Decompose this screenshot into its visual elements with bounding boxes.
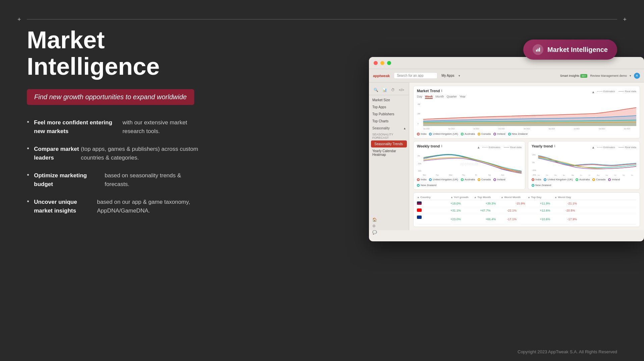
corner-decoration-tl: +: [17, 16, 21, 23]
svg-text:0%: 0%: [532, 162, 535, 164]
chart-controls: ▲ Estimates Real data: [592, 90, 636, 94]
sidebar-item-seasonality-trends[interactable]: Seasonality Trends: [371, 140, 407, 147]
badge-icon: [533, 44, 543, 55]
svg-text:2M: 2M: [418, 113, 420, 115]
svg-text:Dec: Dec: [631, 174, 633, 176]
legend-uk: United Kingdom (UK): [429, 132, 458, 135]
bullet-3-text: based on seasonality trends & forecasts.: [105, 171, 201, 188]
yearly-chart-area: 20% 0% -20% -40%: [532, 152, 636, 177]
tab-quarter[interactable]: Quarter: [446, 95, 457, 99]
page-title: Market Intelligence: [27, 27, 201, 80]
svg-text:4M: 4M: [418, 103, 420, 105]
window-btn-fullscreen[interactable]: [387, 61, 391, 65]
svg-text:Oct: Oct: [614, 174, 616, 176]
svg-text:Nov: Nov: [623, 174, 625, 176]
svg-text:Thu: Thu: [462, 174, 465, 176]
header-top-day: ▲ Top Day: [528, 196, 554, 199]
legend-canada: Canada: [478, 132, 491, 135]
tab-day[interactable]: Day: [417, 95, 422, 99]
yoy-uk: +23.0%: [450, 218, 474, 221]
app-content: Market Trend ℹ ▲ Estimates Real data: [409, 82, 644, 230]
window-btn-close[interactable]: [374, 61, 378, 65]
my-apps-menu[interactable]: My Apps: [441, 74, 454, 77]
tab-week[interactable]: Week: [425, 95, 433, 99]
country-canada: Canada: [417, 208, 450, 213]
corner-decoration-tr: +: [623, 16, 627, 23]
table-row: Australia +18.0% January +39.3% December…: [417, 200, 636, 207]
wl-ie: Ireland: [493, 178, 505, 181]
worst-day-canada: Sunday -20.5%: [554, 209, 581, 212]
svg-text:-40%: -40%: [418, 170, 422, 172]
header-yoy: ▲ YoY growth: [450, 196, 474, 199]
sidebar-item-yearly-calendar[interactable]: Yearly Calendar Heatmap: [369, 147, 409, 158]
download-icon[interactable]: ▲: [592, 90, 595, 94]
bullet-4-bold: Uncover unique market insights: [34, 198, 95, 215]
sidebar-item-top-publishers[interactable]: Top Publishers: [369, 111, 409, 118]
window-btn-minimize[interactable]: [380, 61, 384, 65]
bullet-1: Feel more confident entering new markets…: [27, 118, 201, 135]
svg-text:Jan: Jan: [538, 174, 540, 176]
area-chart: apptweak 4M 2M 0: [417, 101, 636, 131]
app-topnav: apptweak Search for an app My Apps ▾ Sma…: [369, 69, 644, 82]
svg-text:Sun: Sun: [501, 174, 504, 176]
sidebar-seasonality-group[interactable]: Seasonality ▴: [369, 125, 409, 132]
wl-india: India: [417, 178, 426, 181]
table-row: Canada +31.1% July +47.7% July -22.1% Tu…: [417, 207, 636, 214]
flag-au: [417, 201, 422, 205]
nav-right: Smart Insights 30+ Review Management dem…: [560, 73, 640, 79]
sidebar-icon-search[interactable]: 🔍: [374, 88, 378, 92]
svg-text:Jul: Jul: [589, 174, 590, 176]
sidebar-forecast-label: SEASONALITY FORECAST: [369, 132, 409, 140]
legend-india: India: [417, 132, 426, 135]
sidebar-item-top-charts[interactable]: Top Charts: [369, 118, 409, 125]
svg-text:Fri: Fri: [475, 174, 477, 176]
sidebar-item-top-apps[interactable]: Top Apps: [369, 104, 409, 111]
download-icon-3[interactable]: ▲: [592, 145, 595, 149]
smart-insights-count: 30+: [580, 74, 588, 78]
sidebar-item-market-size[interactable]: Market Size: [369, 97, 409, 104]
tab-month[interactable]: Month: [435, 95, 444, 99]
sidebar-settings-icon[interactable]: ⚙: [372, 224, 376, 228]
market-size-label: Market Size: [372, 98, 390, 102]
sidebar-home-icon[interactable]: 🏠: [372, 218, 377, 222]
bullet-4-text: based on our app & game taxonomy, AppDNA…: [97, 198, 201, 215]
svg-text:Jan 2024: Jan 2024: [624, 128, 630, 130]
weekly-estimates-legend: Estimates Real data: [482, 146, 522, 149]
market-trend-legend: India United Kingdom (UK) Australia: [417, 132, 636, 135]
sidebar-icon-clock[interactable]: ⏱: [391, 88, 395, 92]
info-icon-2: ℹ: [441, 144, 442, 148]
svg-text:-40%: -40%: [532, 174, 536, 176]
app-window: apptweak Search for an app My Apps ▾ Sma…: [369, 57, 644, 241]
yearly-legend: India United Kingdom (UK) Australia: [532, 178, 636, 187]
sidebar-icon-chart[interactable]: 📊: [382, 88, 387, 92]
svg-text:Tue: Tue: [436, 174, 439, 176]
yl-ca: Canada: [592, 178, 605, 181]
seasonality-table: ▲ Country ▲ YoY growth ▲ Top Month ▲ Wor…: [413, 192, 640, 227]
search-bar[interactable]: Search for an app: [394, 72, 437, 79]
download-icon-2[interactable]: ▲: [477, 145, 480, 149]
yl-au: Australia: [576, 178, 590, 181]
chart-tabs: Day Week Month Quarter Year: [417, 95, 636, 99]
charts-row: Weekly trend ℹ ▲ Estimates Real data: [413, 141, 640, 190]
sidebar-icon-code[interactable]: </>: [399, 88, 404, 92]
top-month-canada: July +47.7%: [474, 209, 501, 212]
svg-text:Jul 2022: Jul 2022: [473, 128, 479, 130]
top-publishers-label: Top Publishers: [372, 112, 394, 116]
svg-text:Oct 2022: Oct 2022: [498, 128, 505, 130]
flag-uk: [417, 216, 422, 219]
legend-australia: Australia: [461, 132, 475, 135]
legend-new-zealand: New Zealand: [508, 132, 528, 135]
flag-ca: [417, 208, 422, 212]
tab-year[interactable]: Year: [460, 95, 466, 99]
top-month-uk: January +66.4%: [474, 218, 501, 221]
svg-text:Jan 2023: Jan 2023: [524, 128, 530, 130]
chevron-up-icon: ▴: [404, 126, 406, 130]
subtitle-text: Find new growth opportunities to expand …: [34, 93, 187, 101]
estimates-legend: Estimates Real data: [597, 90, 636, 93]
user-avatar: R: [634, 73, 640, 79]
app-sidebar: 🔍 📊 ⏱ </> Market Size Top Apps: [369, 82, 409, 230]
svg-text:Jan 2022: Jan 2022: [423, 128, 430, 130]
review-mgmt-label: Review Management demo: [590, 74, 627, 77]
search-placeholder: Search for an app: [397, 74, 424, 77]
svg-text:Aug: Aug: [597, 174, 599, 176]
